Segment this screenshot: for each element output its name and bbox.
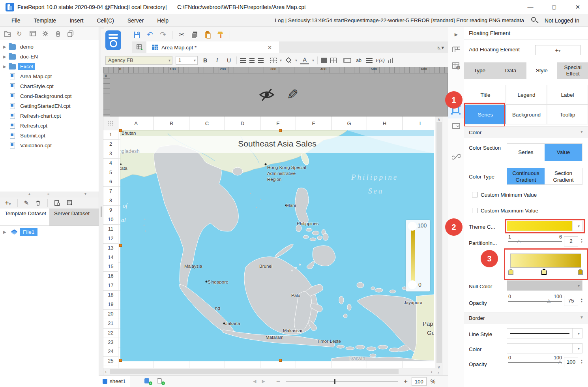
merge-cells-icon[interactable] [321, 58, 327, 63]
cut-icon[interactable]: ✂ [178, 31, 185, 39]
menu-item[interactable]: Cell(C) [90, 14, 121, 27]
vertical-splitter[interactable] [99, 27, 103, 387]
collapse-panel-icon[interactable]: ▶ [452, 30, 461, 39]
horizontal-scrollbar-thumb[interactable] [110, 369, 399, 374]
null-color-dropdown[interactable]: ▾ [507, 280, 582, 291]
formula-icon[interactable]: F(x) [376, 56, 384, 65]
edit-dataset-icon[interactable]: ✎ [24, 199, 29, 207]
row-header[interactable]: 23 [103, 338, 118, 348]
expand-caret-icon[interactable]: ▶ [3, 230, 9, 234]
row-header[interactable]: 5 [103, 168, 118, 178]
template-search-button[interactable]: ▾ [101, 29, 125, 57]
zoom-in-button[interactable]: + [404, 378, 408, 385]
fill-opacity-slider-handle[interactable]: △ [547, 298, 551, 303]
row-header[interactable]: 2 [103, 140, 118, 149]
chart-part-button[interactable]: Legend [506, 85, 547, 105]
file-tree-item[interactable]: ▶ Validation.cpt [0, 141, 99, 150]
preview-dataset-icon[interactable] [54, 200, 60, 206]
align-left-icon[interactable] [240, 58, 246, 63]
custom-minimum-checkbox[interactable] [472, 192, 478, 197]
sheet-prev-icon[interactable]: ◀ [253, 379, 256, 384]
maximize-button[interactable]: ▢ [547, 2, 561, 12]
row-header[interactable]: 12 [103, 234, 118, 244]
panel-tab[interactable]: Special Effect [557, 62, 588, 79]
report-header-band[interactable]: ✎ [110, 73, 448, 116]
format-painter-icon[interactable] [217, 31, 225, 39]
copy-template-icon[interactable] [67, 30, 74, 37]
paste-icon[interactable] [204, 31, 212, 39]
row-header[interactable]: 6 [103, 177, 118, 187]
theme-color-dropdown[interactable]: ▾ [507, 221, 582, 231]
panel-tab[interactable]: Type [464, 62, 495, 79]
menu-item[interactable]: Server [121, 14, 150, 27]
row-header[interactable]: 1 [103, 130, 118, 140]
copy-icon[interactable] [191, 31, 198, 39]
row-header[interactable]: 16 [103, 272, 118, 281]
hide-eye-icon[interactable] [259, 88, 275, 101]
vertical-scrollbar-thumb[interactable] [436, 122, 442, 363]
row-header[interactable]: 14 [103, 253, 118, 263]
menu-item[interactable]: Help [150, 14, 175, 27]
close-tab-icon[interactable]: ✕ [266, 45, 273, 51]
dataset-tab[interactable]: Server Dataset [49, 209, 99, 225]
underline-button[interactable]: U [225, 56, 233, 65]
column-header[interactable]: C [189, 116, 225, 130]
add-dataset-button[interactable]: +▾ [5, 199, 11, 207]
chart-part-button[interactable]: Tooltip [547, 105, 588, 124]
row-header[interactable]: 17 [103, 281, 118, 291]
row-header[interactable]: 13 [103, 244, 118, 253]
font-family-select[interactable]: Agency FB▾ [105, 56, 172, 65]
color-section-value-option[interactable]: Value [545, 144, 582, 161]
split-cells-icon[interactable] [330, 58, 337, 63]
border-section-header[interactable]: Border▼ [464, 312, 588, 324]
file-tree-item[interactable]: ▶ Refresh-chart.cpt [0, 111, 99, 121]
menu-item[interactable]: File [5, 14, 27, 27]
partitioning-spinner-icons[interactable]: ▲▼ [579, 236, 584, 246]
ab-text-icon[interactable]: ab [354, 56, 363, 65]
expand-caret-icon[interactable]: ▶ [3, 45, 9, 49]
gradient-stop-start[interactable] [508, 269, 513, 275]
row-header[interactable]: 15 [103, 262, 118, 272]
file-tree-item[interactable]: ▶ doc-EN [0, 52, 99, 62]
gradient-stop-end[interactable] [578, 269, 583, 275]
collapse-down-icon[interactable]: ▼ [84, 192, 87, 196]
chart-part-button[interactable]: Title [465, 85, 506, 105]
section-gradient-option[interactable]: Section Gradient [545, 168, 582, 184]
border-opacity-slider-handle[interactable]: △ [558, 359, 562, 364]
column-header[interactable]: E [260, 116, 296, 130]
partitioning-value[interactable]: 2 [564, 236, 578, 246]
file-tree-item[interactable]: ▶ GettingStartedEN.cpt [0, 101, 99, 111]
map-chart-element[interactable]: Southeast Asia Sales BhutanngladeshkataH… [120, 130, 434, 361]
color-type-toggle[interactable]: Continuous Gradient Section Gradient [507, 168, 582, 185]
font-color-icon[interactable]: A [300, 56, 309, 64]
vertical-scrollbar[interactable]: ∧ ∨ › [435, 116, 443, 375]
expand-caret-icon[interactable]: ▶ [3, 64, 9, 69]
row-header[interactable]: 10 [103, 215, 118, 225]
column-header[interactable]: D [225, 116, 260, 130]
row-header[interactable]: 11 [103, 225, 118, 234]
selection-handle[interactable] [119, 359, 122, 362]
add-floating-element-button[interactable]: +▾ [535, 45, 581, 55]
report-icon[interactable] [29, 30, 36, 37]
file-tree-item[interactable]: ▶ Area Map.cpt [0, 71, 99, 81]
file-tree-item[interactable]: ▶ Submit.cpt [0, 131, 99, 141]
border-style-icon[interactable] [270, 58, 277, 63]
partitioning-slider-handle[interactable]: △ [517, 238, 521, 244]
zoom-out-button[interactable]: − [276, 378, 280, 385]
undo-icon[interactable]: ↶ [146, 31, 154, 39]
panel-tab[interactable]: Data [495, 62, 526, 79]
save-icon[interactable] [133, 31, 141, 39]
zoom-slider-handle[interactable] [334, 379, 335, 384]
link-icon[interactable] [452, 152, 461, 161]
search-icon[interactable] [530, 17, 541, 24]
list-lines-icon[interactable] [366, 58, 373, 63]
add-report-sheet-icon[interactable]: + [144, 378, 152, 384]
selection-handle[interactable] [279, 129, 282, 132]
row-header[interactable]: 8 [103, 196, 118, 206]
refresh-icon[interactable]: ↻ [17, 30, 24, 37]
column-header[interactable]: F [296, 116, 331, 130]
chart-part-button[interactable]: Background [506, 105, 547, 124]
column-header[interactable]: G [331, 116, 367, 130]
align-center-icon[interactable] [249, 58, 255, 63]
file-tree-item[interactable]: ▶ demo [0, 42, 99, 52]
